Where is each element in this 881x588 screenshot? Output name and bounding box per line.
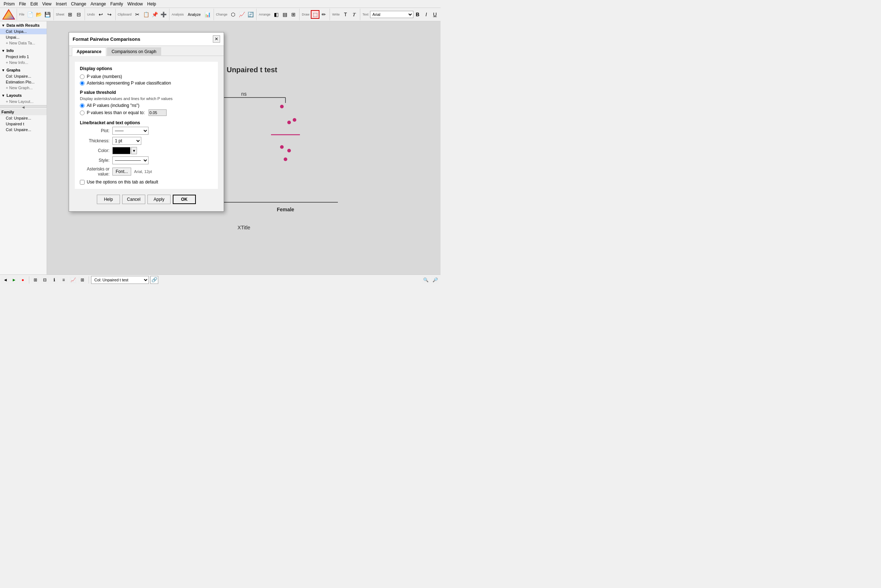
statusbar-info-btn[interactable]: ℹ [50,276,58,284]
copy-btn[interactable]: 📋 [142,10,150,19]
radio-p-less-than-input[interactable] [80,111,84,115]
change-btn2[interactable]: 📈 [238,10,246,19]
zoom-out-btn[interactable]: 🔍 [422,276,430,284]
layouts-section-header[interactable]: ▼ Layouts [0,92,47,99]
menu-change[interactable]: Change [69,1,89,7]
radio-all-p-values-input[interactable] [80,103,84,108]
add-btn[interactable]: ➕ [159,10,168,19]
menu-window[interactable]: Window [125,1,145,7]
zoom-in-btn[interactable]: 🔎 [431,276,439,284]
layouts-section-label: Layouts [6,93,22,98]
graphs-collapse-arrow: ▼ [2,68,5,72]
radio-p-less-than[interactable]: P values less than or equal to: 0.05 [80,110,213,116]
p-threshold-value-input[interactable]: 0.05 [149,110,167,116]
prism-logo-section [1,9,17,20]
sidebar-new-graph[interactable]: + New Graph... [0,85,47,91]
analysis-btn2[interactable]: 📊 [203,10,212,19]
statusbar-table-btn[interactable]: ⊟ [41,276,49,284]
radio-p-value-numbers-input[interactable] [80,74,84,79]
draw-btn2[interactable]: ✏ [319,10,328,19]
open-btn[interactable]: 📂 [35,10,44,19]
new-btn[interactable]: 📄 [26,10,35,19]
underline-btn[interactable]: U [431,10,439,19]
tab-comparisons-on-graph[interactable]: Comparisons on Graph [107,47,161,56]
sidebar-item-unpai[interactable]: Unpai... [0,34,47,40]
sheet-btn1[interactable]: ⊞ [66,10,74,19]
menu-edit[interactable]: Edit [28,1,40,7]
write-btn1[interactable]: T [341,10,350,19]
cut-btn[interactable]: ✂ [133,10,142,19]
statusbar-grid-btn[interactable]: ⊞ [32,276,39,284]
font-info: Arial, 12pt [134,170,152,174]
undo-btn[interactable]: ↩ [96,10,105,19]
sidebar-collapse-handle[interactable]: ◀ [0,105,47,108]
write-btn2[interactable]: 𝑇 [350,10,358,19]
line-bracket-title: Line/bracket and text options [80,120,213,125]
graph-selector-dropdown[interactable]: Col: Unpaired t test [91,276,149,284]
link-graph-btn[interactable]: 🔗 [150,276,158,284]
save-btn[interactable]: 💾 [44,10,52,19]
sidebar-new-data[interactable]: + New Data Ta... [0,40,47,46]
color-swatch[interactable] [113,147,131,154]
apply-button[interactable]: Apply [147,195,171,204]
radio-p-value-numbers[interactable]: P value (numbers) [80,74,213,79]
arrange-btn3[interactable]: ⊞ [289,10,298,19]
sidebar-item-project-info[interactable]: Project info 1 [0,54,47,60]
statusbar-layout-btn[interactable]: ⊞ [78,276,86,284]
family-header[interactable]: Family [0,109,47,115]
thickness-label: Thickness: [80,138,113,143]
nav-prev-btn[interactable]: ◄ [2,276,9,284]
menu-prism[interactable]: Prism [2,1,17,7]
font-select[interactable]: Arial [370,11,413,18]
menu-help[interactable]: Help [145,1,158,7]
font-button[interactable]: Font... [113,168,131,176]
tab-appearance[interactable]: Appearance [72,47,106,56]
dialog-close-btn[interactable]: ✕ [213,35,220,43]
plot-select[interactable]: —— [113,127,149,135]
sidebar-item-col-unpaired[interactable]: Col: Unpaire... [0,74,47,79]
menu-file[interactable]: File [17,1,28,7]
thickness-select[interactable]: 1 pt [113,137,141,145]
info-section-label: Info [6,48,14,53]
style-select[interactable]: —————— [113,156,149,164]
menu-view[interactable]: View [40,1,54,7]
bold-btn[interactable]: B [413,10,422,19]
radio-asterisks[interactable]: Asterisks representing P value classific… [80,81,213,86]
italic-btn[interactable]: I [422,10,431,19]
arrange-btn1[interactable]: ◧ [272,10,280,19]
ok-button[interactable]: OK [173,195,196,204]
statusbar-graph-btn[interactable]: 📈 [69,276,77,284]
menu-family[interactable]: Family [108,1,125,7]
sidebar-item-estimation[interactable]: Estimation Plo... [0,79,47,85]
radio-asterisks-input[interactable] [80,81,84,86]
change-btn1[interactable]: ⬡ [229,10,238,19]
nav-play-btn[interactable]: ► [10,276,18,284]
family-item-2[interactable]: Col: Unpaire... [0,127,47,132]
info-section-header[interactable]: ▼ Info [0,47,47,54]
cancel-button[interactable]: Cancel [122,195,145,204]
graphs-section-header[interactable]: ▼ Graphs [0,67,47,74]
nav-record-btn[interactable]: ● [19,276,27,284]
statusbar-data-btn[interactable]: ≡ [60,276,68,284]
data-section-header[interactable]: ▼ Data with Results [0,22,47,28]
draw-select-btn[interactable]: ⬚ [311,10,319,19]
sheet-btn2[interactable]: ⊟ [74,10,83,19]
graphs-section-label: Graphs [6,68,21,72]
analyze-btn[interactable]: Analyze [185,10,203,19]
help-button[interactable]: Help [97,195,120,204]
menu-arrange[interactable]: Arrange [89,1,108,7]
family-item-1[interactable]: Unpaired t [0,121,47,127]
sidebar-item-col-unpa[interactable]: Col: Unpa... [0,28,47,34]
arrange-btn2[interactable]: ▤ [280,10,289,19]
radio-all-p-values[interactable]: All P values (including "ns") [80,103,213,108]
paste-btn[interactable]: 📌 [150,10,159,19]
family-item-0[interactable]: Col: Unpaire... [0,115,47,121]
default-checkbox[interactable] [80,180,84,184]
change-section: Change ⬡ 📈 🔄 [215,9,257,20]
sidebar-new-info[interactable]: + New Info... [0,60,47,65]
change-btn3[interactable]: 🔄 [246,10,255,19]
sidebar-new-layout[interactable]: + New Layout... [0,99,47,104]
color-dropdown-btn[interactable]: ▼ [131,147,137,154]
redo-btn[interactable]: ↪ [105,10,114,19]
menu-insert[interactable]: Insert [54,1,69,7]
